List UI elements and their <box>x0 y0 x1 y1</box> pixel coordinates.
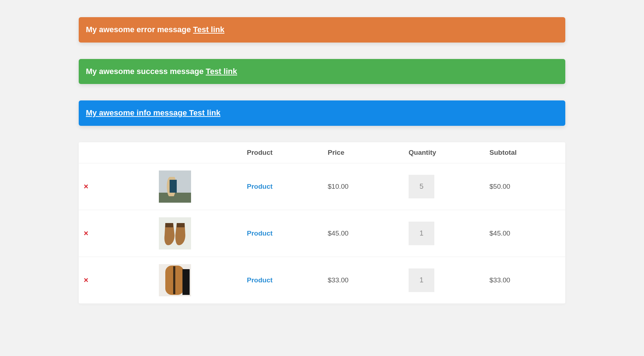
notice-success-link[interactable]: Test link <box>206 67 237 76</box>
product-thumbnail[interactable] <box>159 217 191 249</box>
notice-error-link[interactable]: Test link <box>193 25 225 34</box>
price-value: $33.00 <box>328 276 348 284</box>
cart-table: Product Price Quantity Subtotal × <box>79 142 565 303</box>
table-row: × P <box>79 210 565 257</box>
subtotal-value: $33.00 <box>489 276 510 284</box>
close-icon: × <box>84 229 88 238</box>
quantity-input[interactable] <box>409 222 434 245</box>
table-row: × Product <box>79 257 565 303</box>
svg-rect-2 <box>170 180 177 193</box>
notice-error-text: My awesome error message <box>86 25 193 34</box>
remove-button[interactable]: × <box>84 229 88 238</box>
remove-button[interactable]: × <box>84 182 88 191</box>
svg-rect-1 <box>159 193 191 203</box>
close-icon: × <box>84 182 88 191</box>
product-link[interactable]: Product <box>247 183 273 190</box>
notice-info-link[interactable]: Test link <box>189 108 221 117</box>
subtotal-value: $50.00 <box>489 183 510 190</box>
svg-rect-7 <box>182 269 190 295</box>
cart-header-row: Product Price Quantity Subtotal <box>79 142 565 163</box>
product-thumbnail[interactable] <box>159 170 191 203</box>
notice-info: My awesome info message Test link <box>79 100 565 126</box>
quantity-input[interactable] <box>409 268 434 292</box>
notice-success-text: My awesome success message <box>86 67 206 76</box>
cart-table-container: Product Price Quantity Subtotal × <box>79 142 565 303</box>
cart-header-quantity: Quantity <box>404 142 484 163</box>
product-link[interactable]: Product <box>247 229 273 237</box>
product-thumbnail[interactable] <box>159 264 191 296</box>
cart-header-thumb <box>154 142 242 163</box>
price-value: $10.00 <box>328 183 348 190</box>
subtotal-value: $45.00 <box>489 229 510 237</box>
remove-button[interactable]: × <box>84 276 88 285</box>
svg-rect-6 <box>173 266 175 294</box>
cart-header-product: Product <box>242 142 323 163</box>
notice-success: My awesome success message Test link <box>79 59 565 84</box>
cart-header-price: Price <box>323 142 404 163</box>
cart-header-remove <box>79 142 154 163</box>
price-value: $45.00 <box>328 229 348 237</box>
close-icon: × <box>84 276 88 285</box>
table-row: × Product <box>79 163 565 210</box>
notice-error: My awesome error message Test link <box>79 17 565 43</box>
notice-info-text: My awesome info message <box>86 108 189 117</box>
quantity-input[interactable] <box>409 175 434 198</box>
svg-rect-3 <box>159 217 191 249</box>
cart-header-subtotal: Subtotal <box>484 142 565 163</box>
product-link[interactable]: Product <box>247 276 273 284</box>
